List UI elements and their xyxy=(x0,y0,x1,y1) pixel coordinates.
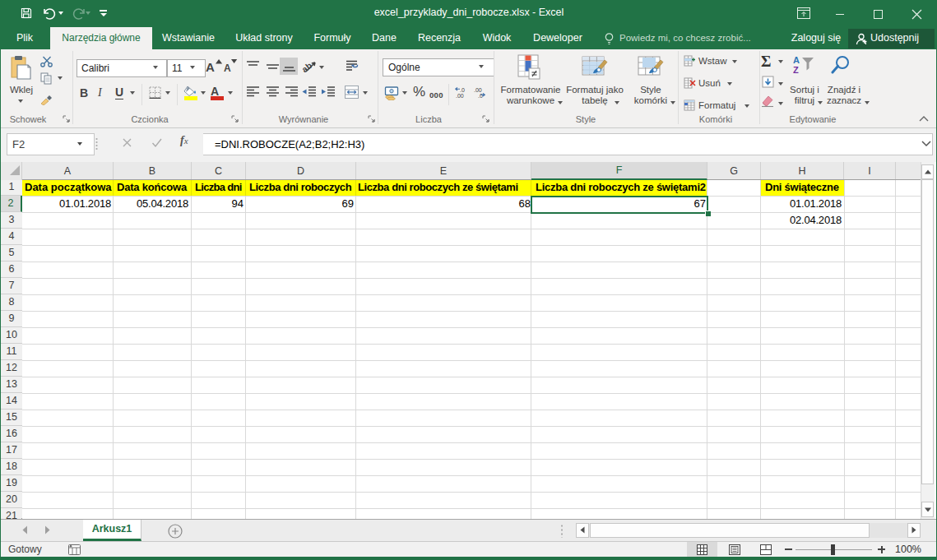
svg-text:ab: ab xyxy=(303,60,313,74)
svg-text:A: A xyxy=(793,55,800,65)
svg-text:Z: Z xyxy=(793,65,799,74)
svg-text:.0: .0 xyxy=(478,93,483,99)
svg-text:.0: .0 xyxy=(460,87,465,93)
svg-text:.00: .00 xyxy=(474,87,482,93)
svg-text:.00: .00 xyxy=(456,93,464,99)
